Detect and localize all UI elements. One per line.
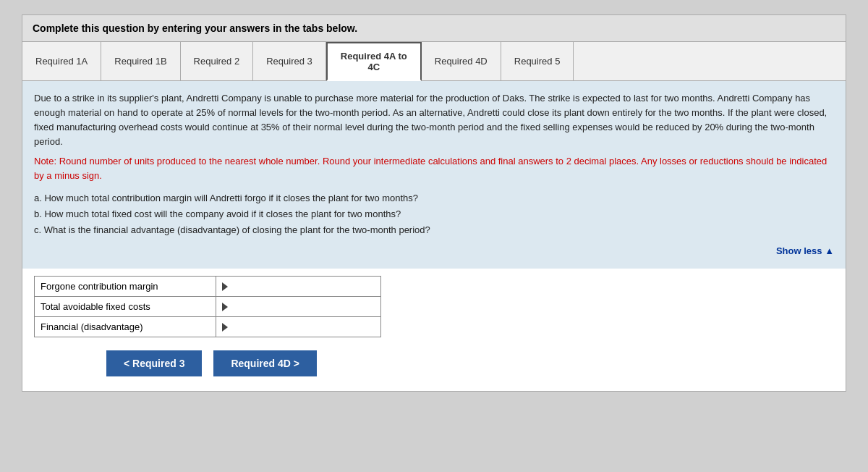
triangle-icon-fixed xyxy=(222,303,228,311)
header-bar: Complete this question by entering your … xyxy=(22,15,846,42)
tab-req4d[interactable]: Required 4D xyxy=(422,42,501,80)
triangle-icon-forgone xyxy=(222,282,228,291)
body-text: Due to a strike in its supplier's plant,… xyxy=(34,91,834,150)
row-label-forgone: Forgone contribution margin xyxy=(35,277,216,297)
input-cell-financial[interactable] xyxy=(216,317,380,337)
tabs-row: Required 1A Required 1B Required 2 Requi… xyxy=(22,42,846,81)
row-label-financial: Financial (disadvantage) xyxy=(35,317,216,337)
tab-req2[interactable]: Required 2 xyxy=(181,42,254,80)
nav-buttons: < Required 3 Required 4D > xyxy=(34,350,834,376)
table-row: Financial (disadvantage) xyxy=(35,317,381,337)
next-button[interactable]: Required 4D > xyxy=(213,350,317,376)
triangle-icon-financial xyxy=(222,323,228,332)
input-financial[interactable] xyxy=(234,321,375,332)
input-cell-fixed[interactable] xyxy=(216,297,380,317)
input-cell-forgone[interactable] xyxy=(216,277,380,297)
show-less-link[interactable]: Show less ▲ xyxy=(776,245,834,256)
answer-table: Forgone contribution margin Total avoida… xyxy=(34,276,381,337)
tab-req1a[interactable]: Required 1A xyxy=(22,42,101,80)
input-forgone[interactable] xyxy=(234,281,375,292)
note-text: Note: Round number of units produced to … xyxy=(34,154,834,183)
header-instruction: Complete this question by entering your … xyxy=(33,22,357,34)
tab-req3[interactable]: Required 3 xyxy=(253,42,326,80)
tab-req5[interactable]: Required 5 xyxy=(501,42,574,80)
show-less-container: Show less ▲ xyxy=(34,244,834,258)
tab-req4a[interactable]: Required 4A to4C xyxy=(326,42,422,81)
table-row: Total avoidable fixed costs xyxy=(35,297,381,317)
prev-button[interactable]: < Required 3 xyxy=(106,350,202,376)
tab-req1b[interactable]: Required 1B xyxy=(101,42,180,80)
question-b: b. How much total fixed cost will the co… xyxy=(34,206,834,222)
question-c: c. What is the financial advantage (disa… xyxy=(34,222,834,238)
table-row: Forgone contribution margin xyxy=(35,277,381,297)
row-label-fixed: Total avoidable fixed costs xyxy=(35,297,216,317)
answer-section: Forgone contribution margin Total avoida… xyxy=(22,269,846,391)
content-area: Due to a strike in its supplier's plant,… xyxy=(22,81,846,269)
main-container: Complete this question by entering your … xyxy=(22,14,846,392)
questions-list: a. How much total contribution margin wi… xyxy=(34,190,834,238)
question-a: a. How much total contribution margin wi… xyxy=(34,190,834,206)
input-fixed[interactable] xyxy=(234,301,375,312)
